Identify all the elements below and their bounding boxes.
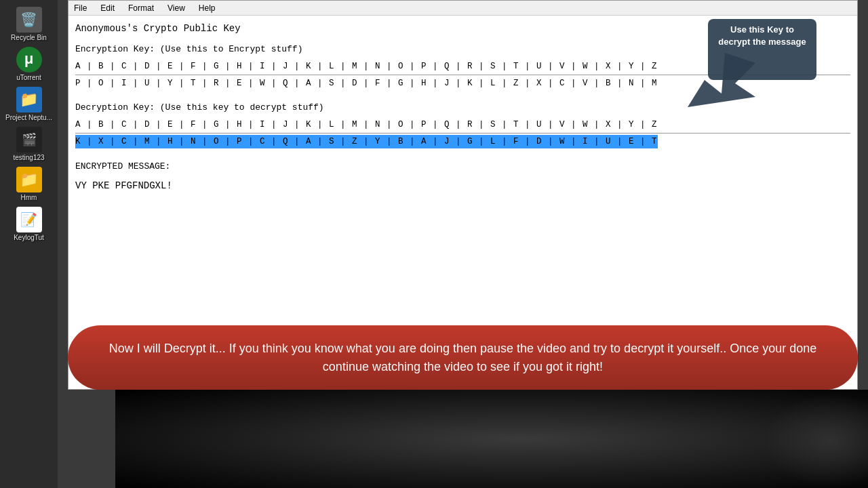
utorrent-label: uTorrent [16,74,41,81]
keylog-icon: 📝 [16,207,42,232]
keylog-label: KeylogTut [14,234,44,241]
project-label: Project Neptu... [5,114,52,121]
decryption-label: Decryption Key: (Use this key to decrypt… [75,101,850,115]
banner-text: Now I will Decrypt it... If you think yo… [95,340,831,376]
desktop-icon-keylog[interactable]: 📝 KeylogTut [5,207,53,241]
document-title: Anonymous's Crypto Public Key [75,21,850,36]
recycle-bin-icon: 🗑️ [16,7,42,33]
desktop-sidebar: 🗑️ Recycle Bin μ uTorrent 📁 Project Nept… [0,0,58,488]
desktop-icon-hmm[interactable]: 📁 Hmm [5,167,53,201]
bottom-banner: Now I will Decrypt it... If you think yo… [68,325,858,390]
menu-view[interactable]: View [165,2,188,14]
hmm-icon: 📁 [16,167,42,192]
menu-file[interactable]: File [71,2,90,14]
testing-label: testing123 [13,154,44,161]
desktop-icon-recycle-bin[interactable]: 🗑️ Recycle Bin [5,7,53,41]
dark-bottom-area [115,390,868,488]
testing-icon: 🎬 [16,127,42,152]
encryption-label: Encryption Key: (Use this to Encrypt stu… [75,43,850,57]
main-area: File Edit Format View Help Anonymous's C… [58,0,868,488]
project-icon: 📁 [16,87,42,113]
recycle-bin-label: Recycle Bin [11,34,47,41]
notepad-menubar: File Edit Format View Help [68,1,857,16]
hmm-label: Hmm [21,194,37,201]
encrypted-msg-label: ENCRYPTED MESSAGE: [75,160,850,174]
desktop-icon-testing[interactable]: 🎬 testing123 [5,127,53,161]
desktop-icon-project[interactable]: 📁 Project Neptu... [5,87,53,121]
utorrent-icon: μ [16,47,42,73]
encryption-row1: A | B | C | D | E | F | G | H | I | J | … [75,60,850,73]
divider2 [75,133,850,134]
decryption-row1: A | B | C | D | E | F | G | H | I | J | … [75,118,850,131]
desktop-icon-utorrent[interactable]: μ uTorrent [5,47,53,81]
shadow-figure [763,393,868,488]
menu-edit[interactable]: Edit [98,2,117,14]
menu-format[interactable]: Format [125,2,157,14]
encrypted-msg-text: VY PKE PFGFNDGXL! [75,178,850,193]
encrypted-msg-section: ENCRYPTED MESSAGE: VY PKE PFGFNDGXL! [75,160,850,193]
decryption-row2-highlighted: K | X | C | M | H | N | O | P | C | Q | … [75,135,658,148]
divider1 [75,75,850,75]
menu-help[interactable]: Help [196,2,218,14]
encryption-row2: P | O | I | U | Y | T | R | E | W | Q | … [75,77,850,90]
